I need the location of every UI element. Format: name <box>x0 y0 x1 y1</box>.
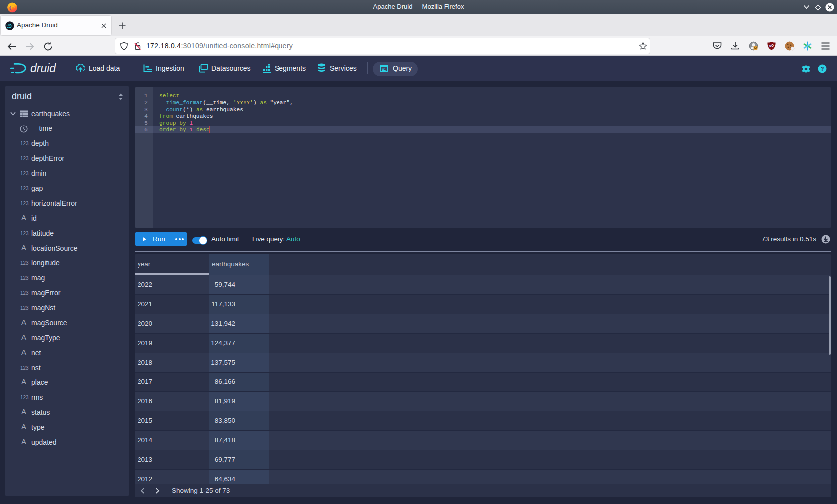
svg-text:uO: uO <box>769 44 774 47</box>
svg-text:?: ? <box>821 66 824 72</box>
